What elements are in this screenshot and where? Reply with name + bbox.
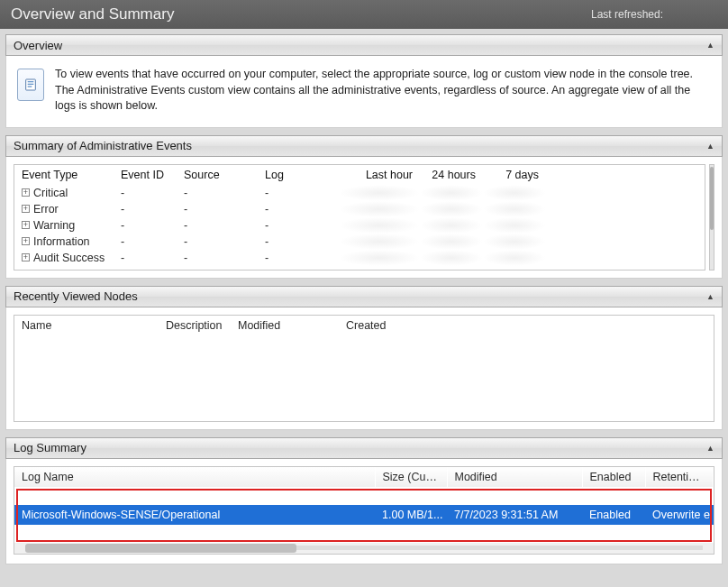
- svg-rect-1: [28, 81, 34, 82]
- table-row[interactable]: +Warning---: [14, 217, 705, 234]
- col-log[interactable]: Log: [258, 165, 339, 185]
- cell-event-id: -: [114, 185, 177, 201]
- expand-icon[interactable]: +: [22, 237, 30, 245]
- log-summary-table[interactable]: Log Name Size (Curr... Modified Enabled …: [14, 466, 714, 555]
- cell-event-id: -: [114, 217, 177, 234]
- col-created[interactable]: Created: [346, 319, 454, 332]
- table-row-selected[interactable]: Microsoft-Windows-SENSE/Operational 1.00…: [14, 505, 714, 525]
- table-row[interactable]: +Error---: [14, 201, 705, 217]
- cell-24-hours: [420, 234, 483, 250]
- cell-24-hours: [420, 217, 483, 234]
- cell-log: -: [258, 185, 339, 201]
- col-7-days[interactable]: 7 days: [483, 165, 546, 185]
- cell-7-days: [483, 217, 546, 234]
- overview-body: To view events that have occurred on you…: [5, 56, 723, 128]
- cell-size: 1.00 MB/1...: [375, 505, 447, 525]
- cell-source: -: [177, 201, 258, 217]
- cell-last-hour: [339, 217, 420, 234]
- cell-last-hour: [339, 250, 420, 266]
- col-modified[interactable]: Modified: [238, 319, 346, 332]
- cell-last-hour: [339, 201, 420, 217]
- cell-event-type: Warning: [33, 219, 75, 232]
- cell-retention: Overwrite e: [645, 505, 714, 525]
- table-row[interactable]: +Information---: [14, 234, 705, 250]
- col-source[interactable]: Source: [177, 165, 258, 185]
- col-modified[interactable]: Modified: [447, 467, 582, 487]
- col-enabled[interactable]: Enabled: [582, 467, 645, 487]
- recent-nodes-header[interactable]: Recently Viewed Nodes ▲: [5, 286, 723, 307]
- cell-log: -: [258, 201, 339, 217]
- cell-event-type: Audit Success: [33, 252, 105, 264]
- cell-source: -: [177, 217, 258, 234]
- cell-24-hours: [420, 201, 483, 217]
- page-title-bar: Overview and Summary Last refreshed:: [0, 0, 728, 29]
- log-summary-panel: Log Summary ▲ Log Name Size (Curr... Mod…: [5, 437, 723, 564]
- cell-24-hours: [420, 250, 483, 266]
- svg-rect-3: [28, 86, 32, 87]
- cell-event-id: -: [114, 250, 177, 266]
- recent-nodes-table[interactable]: Name Description Modified Created: [14, 315, 714, 422]
- cell-7-days: [483, 201, 546, 217]
- page-title: Overview and Summary: [11, 5, 174, 23]
- collapse-icon: ▲: [706, 292, 714, 301]
- log-summary-header-label: Log Summary: [14, 441, 86, 454]
- admin-events-panel: Summary of Administrative Events ▲ Event…: [5, 135, 723, 279]
- cell-source: -: [177, 234, 258, 250]
- admin-events-header-label: Summary of Administrative Events: [14, 139, 192, 152]
- cell-event-type: Information: [33, 235, 90, 248]
- admin-events-header[interactable]: Summary of Administrative Events ▲: [5, 135, 723, 157]
- cell-7-days: [483, 234, 546, 250]
- col-description[interactable]: Description: [166, 319, 238, 332]
- cell-log: -: [258, 234, 339, 250]
- cell-event-id: -: [114, 234, 177, 250]
- horizontal-scrollbar[interactable]: [14, 543, 714, 554]
- cell-last-hour: [339, 185, 420, 201]
- cell-enabled: Enabled: [582, 505, 645, 525]
- overview-text: To view events that have occurred on you…: [55, 67, 711, 115]
- cell-last-hour: [339, 234, 420, 250]
- col-retention[interactable]: Retention P: [645, 467, 714, 487]
- table-row[interactable]: [14, 525, 714, 543]
- cell-event-id: -: [114, 201, 177, 217]
- cell-event-type: Error: [33, 203, 59, 216]
- cell-source: -: [177, 185, 258, 201]
- cell-modified: 7/7/2023 9:31:51 AM: [447, 505, 582, 525]
- collapse-icon: ▲: [706, 142, 714, 151]
- svg-rect-2: [28, 84, 34, 85]
- cell-7-days: [483, 250, 546, 266]
- expand-icon[interactable]: +: [22, 253, 30, 261]
- overview-header[interactable]: Overview ▲: [5, 34, 723, 56]
- table-row[interactable]: +Critical---: [14, 185, 705, 201]
- table-row[interactable]: [14, 487, 714, 505]
- last-refreshed-label: Last refreshed:: [591, 8, 663, 21]
- table-row[interactable]: +Audit Success---: [14, 250, 705, 266]
- collapse-icon: ▲: [706, 41, 714, 50]
- col-log-name[interactable]: Log Name: [14, 467, 375, 487]
- col-event-type[interactable]: Event Type: [14, 165, 114, 185]
- cell-event-type: Critical: [33, 187, 68, 199]
- expand-icon[interactable]: +: [22, 188, 30, 197]
- expand-icon[interactable]: +: [22, 221, 30, 229]
- collapse-icon: ▲: [706, 444, 714, 453]
- overview-header-label: Overview: [14, 39, 62, 52]
- cell-log: -: [258, 250, 339, 266]
- log-summary-header[interactable]: Log Summary ▲: [5, 437, 723, 459]
- col-event-id[interactable]: Event ID: [114, 165, 177, 185]
- col-size[interactable]: Size (Curr...: [375, 467, 447, 487]
- events-icon: [17, 69, 44, 101]
- cell-24-hours: [420, 185, 483, 201]
- cell-log: -: [258, 217, 339, 234]
- cell-log-name: Microsoft-Windows-SENSE/Operational: [14, 505, 375, 525]
- expand-icon[interactable]: +: [22, 205, 30, 213]
- recent-nodes-header-label: Recently Viewed Nodes: [14, 289, 138, 303]
- col-last-hour[interactable]: Last hour: [339, 165, 420, 185]
- cell-7-days: [483, 185, 546, 201]
- vertical-scrollbar[interactable]: [709, 164, 714, 271]
- overview-panel: Overview ▲ To view events that have occu…: [5, 34, 723, 128]
- admin-events-table[interactable]: Event Type Event ID Source Log Last hour…: [14, 164, 705, 271]
- col-24-hours[interactable]: 24 hours: [420, 165, 483, 185]
- cell-source: -: [177, 250, 258, 266]
- recent-nodes-panel: Recently Viewed Nodes ▲ Name Description…: [5, 286, 723, 430]
- col-name[interactable]: Name: [22, 319, 166, 332]
